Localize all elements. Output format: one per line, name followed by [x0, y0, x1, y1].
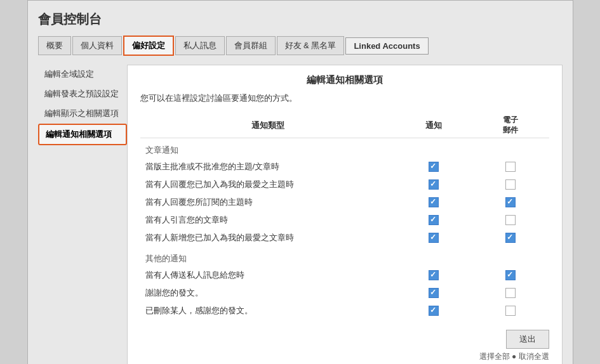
email-checkbox-cell[interactable] [472, 176, 549, 193]
notify-checkbox-cell[interactable] [396, 284, 472, 302]
notify-checkbox-cell[interactable] [396, 176, 472, 193]
description: 您可以在這裡設定討論區要通知您的方式。 [140, 93, 549, 104]
tab-profile[interactable]: 個人資料 [72, 36, 122, 55]
row-label: 當有人傳送私人訊息給您時 [140, 266, 396, 284]
notify-checkbox-cell[interactable] [396, 266, 472, 284]
notify-checkbox-cell[interactable] [396, 302, 472, 320]
sidebar-item-notification[interactable]: 編輯通知相關選項 [38, 124, 127, 145]
table-row: 謝謝您的發文。 [140, 284, 549, 302]
notify-checkbox[interactable] [429, 215, 439, 225]
email-checkbox[interactable] [505, 306, 516, 316]
notify-checkbox-cell[interactable] [396, 211, 472, 229]
notify-checkbox-cell[interactable] [396, 229, 472, 247]
content-area: 編輯全域設定 編輯發表之預設設定 編輯顯示之相關選項 編輯通知相關選項 編輯通知… [38, 65, 563, 364]
email-checkbox-cell[interactable] [472, 193, 549, 211]
table-row: 當版主批准或不批准您的主題/文章時 [140, 158, 549, 176]
tab-member-groups[interactable]: 會員群組 [226, 36, 276, 55]
notification-table: 通知類型 通知 電子郵件 文章通知當版主批准或不批准您的主題/文章時當有人回覆您… [140, 113, 549, 320]
notify-checkbox[interactable] [429, 197, 439, 207]
email-checkbox-cell[interactable] [472, 302, 549, 320]
notify-checkbox-cell[interactable] [396, 193, 472, 211]
category-label: 其他的通知 [140, 247, 549, 266]
email-checkbox-cell[interactable] [472, 284, 549, 302]
footer-links: 選擇全部 ● 取消全選 [479, 351, 549, 362]
notify-checkbox[interactable] [429, 162, 439, 172]
sidebar-item-global[interactable]: 編輯全域設定 [38, 65, 127, 84]
email-checkbox-cell[interactable] [472, 229, 549, 247]
bullet-separator: ● [512, 352, 519, 361]
section-title: 編輯通知相關選項 [140, 74, 549, 86]
email-checkbox-cell[interactable] [472, 158, 549, 176]
table-row: 當有人回覆您已加入為我的最愛之主題時 [140, 176, 549, 193]
category-row: 文章通知 [140, 138, 549, 159]
row-label: 當有人回覆您所訂閱的主題時 [140, 193, 396, 211]
tab-bar: 概要 個人資料 偏好設定 私人訊息 會員群組 好友 & 黑名單 Linked A… [38, 36, 563, 56]
email-checkbox[interactable] [505, 233, 516, 243]
sidebar-item-post-default[interactable]: 編輯發表之預設設定 [38, 84, 127, 103]
email-checkbox-cell[interactable] [472, 266, 549, 284]
page-title: 會員控制台 [38, 11, 563, 28]
table-row: 當有人引言您的文章時 [140, 211, 549, 229]
email-checkbox[interactable] [505, 288, 516, 298]
row-label: 謝謝您的發文。 [140, 284, 396, 302]
notify-checkbox[interactable] [429, 270, 439, 280]
submit-button[interactable]: 送出 [506, 330, 549, 349]
select-all-link[interactable]: 選擇全部 [479, 352, 510, 361]
sidebar: 編輯全域設定 編輯發表之預設設定 編輯顯示之相關選項 編輯通知相關選項 [38, 65, 127, 364]
email-checkbox[interactable] [505, 162, 516, 172]
col-type-header: 通知類型 [140, 113, 396, 138]
tab-overview[interactable]: 概要 [38, 36, 71, 55]
row-label: 當版主批准或不批准您的主題/文章時 [140, 158, 396, 176]
notify-checkbox[interactable] [429, 306, 439, 316]
row-label: 當有人新增您已加入為我的最愛之文章時 [140, 229, 396, 247]
category-row: 其他的通知 [140, 247, 549, 266]
tab-private-msg[interactable]: 私人訊息 [175, 36, 225, 55]
email-checkbox[interactable] [505, 197, 516, 207]
tab-preferences[interactable]: 偏好設定 [123, 36, 174, 56]
col-notify-header: 通知 [396, 113, 472, 138]
notify-checkbox[interactable] [429, 179, 439, 190]
sidebar-item-display[interactable]: 編輯顯示之相關選項 [38, 104, 127, 123]
tab-friends-blacklist[interactable]: 好友 & 黑名單 [277, 36, 345, 55]
email-checkbox[interactable] [505, 215, 516, 225]
table-row: 當有人新增您已加入為我的最愛之文章時 [140, 229, 549, 247]
email-checkbox-cell[interactable] [472, 211, 549, 229]
row-label: 當有人引言您的文章時 [140, 211, 396, 229]
table-row: 當有人傳送私人訊息給您時 [140, 266, 549, 284]
email-checkbox[interactable] [505, 270, 516, 280]
main-container: 會員控制台 概要 個人資料 偏好設定 私人訊息 會員群組 好友 & 黑名單 Li… [27, 0, 573, 364]
deselect-all-link[interactable]: 取消全選 [519, 352, 549, 361]
row-label: 已刪除某人，感謝您的發文。 [140, 302, 396, 320]
notify-checkbox[interactable] [429, 288, 439, 298]
notify-checkbox[interactable] [429, 233, 439, 243]
table-row: 已刪除某人，感謝您的發文。 [140, 302, 549, 320]
category-label: 文章通知 [140, 138, 549, 159]
row-label: 當有人回覆您已加入為我的最愛之主題時 [140, 176, 396, 193]
notify-checkbox-cell[interactable] [396, 158, 472, 176]
col-email-header: 電子郵件 [472, 113, 549, 138]
email-checkbox[interactable] [505, 179, 516, 190]
table-row: 當有人回覆您所訂閱的主題時 [140, 193, 549, 211]
footer-row: 送出 選擇全部 ● 取消全選 [140, 330, 549, 362]
tab-linked-accounts[interactable]: Linked Accounts [345, 37, 428, 55]
main-panel: 編輯通知相關選項 您可以在這裡設定討論區要通知您的方式。 通知類型 通知 電子郵… [127, 65, 563, 364]
